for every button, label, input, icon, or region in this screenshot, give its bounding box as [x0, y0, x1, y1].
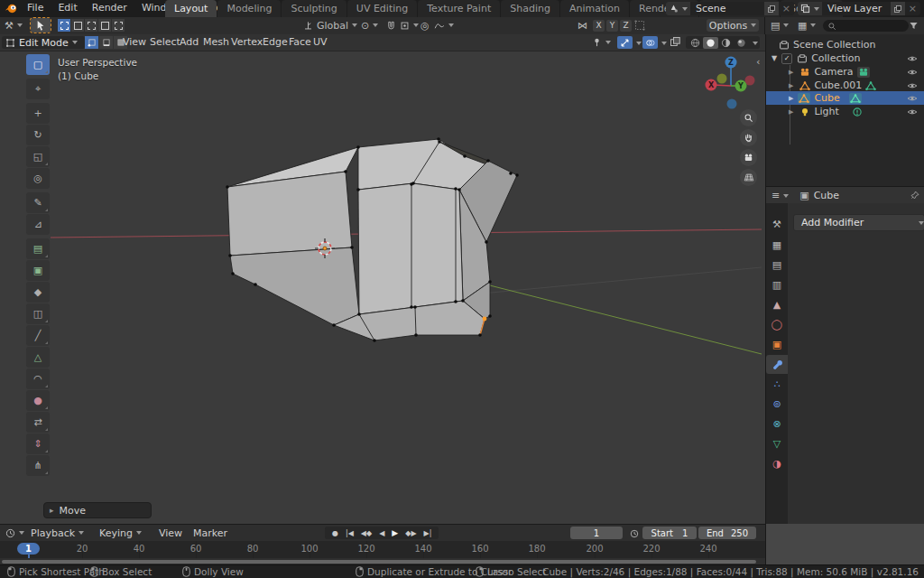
menu-vertex[interactable]: Vertex: [231, 36, 263, 48]
tool-extrude-region[interactable]: ▤: [26, 238, 50, 259]
collection-checkbox[interactable]: ✓: [781, 53, 792, 64]
current-frame-field[interactable]: 1: [570, 527, 623, 539]
next-keyframe-button[interactable]: ◆▶: [402, 529, 420, 537]
outliner-row-scene-collection[interactable]: Scene Collection: [766, 38, 924, 51]
outliner-row-light[interactable]: ▶ Light: [766, 105, 924, 118]
expand-arrow-icon[interactable]: ▶: [789, 95, 793, 102]
selected-vertex[interactable]: [483, 317, 487, 322]
tool-transform[interactable]: ◎: [26, 168, 50, 189]
tab-tool[interactable]: ⚒: [766, 215, 788, 234]
options-dropdown[interactable]: Options: [707, 19, 759, 32]
tab-view-layer[interactable]: ▥: [766, 275, 788, 294]
tool-loop-cut[interactable]: ◫: [26, 303, 50, 324]
mirror-icon[interactable]: ⋈: [578, 19, 587, 32]
expand-arrow-icon[interactable]: ▶: [789, 82, 793, 89]
outliner-row-cube-selected[interactable]: ▶ Cube: [766, 91, 924, 105]
menu-mesh[interactable]: Mesh: [203, 36, 229, 48]
menu-render[interactable]: Render: [85, 0, 134, 15]
scene-browse-icon[interactable]: [666, 2, 690, 15]
material-shading-button[interactable]: [718, 37, 734, 49]
outliner-row-camera[interactable]: ▶ Camera: [766, 65, 924, 79]
tab-layout[interactable]: Layout: [165, 0, 217, 17]
eye-icon[interactable]: [907, 80, 918, 91]
tab-render[interactable]: ▦: [766, 236, 788, 255]
operator-panel[interactable]: ▸ Move: [43, 502, 152, 518]
zoom-button[interactable]: [740, 109, 757, 126]
menu-add[interactable]: Add: [180, 36, 199, 48]
prev-keyframe-button[interactable]: ◀◆: [357, 529, 375, 537]
mesh-data-icon-active[interactable]: [849, 93, 862, 104]
end-frame-field[interactable]: End250: [698, 527, 756, 539]
tool-shrink-fatten[interactable]: ⇕: [26, 434, 50, 454]
outliner-row-collection[interactable]: ▼ ✓ Collection: [766, 51, 924, 65]
vertex-select-button[interactable]: [85, 36, 98, 49]
wireframe-shading-button[interactable]: [688, 37, 703, 49]
jump-to-start-button[interactable]: |◀: [342, 529, 357, 537]
tool-bevel[interactable]: ◆: [26, 282, 50, 303]
snap-cage-icon[interactable]: [634, 19, 645, 32]
outliner-filter-icon[interactable]: [909, 19, 919, 32]
mirror-z-button[interactable]: Z: [620, 20, 632, 32]
tab-shading[interactable]: Shading: [501, 0, 559, 17]
tab-material[interactable]: ◑: [766, 454, 788, 473]
perspective-toggle-button[interactable]: [740, 169, 757, 186]
menu-view[interactable]: View: [159, 527, 182, 539]
snap-toggle[interactable]: [386, 19, 396, 32]
select-subtract-button[interactable]: [85, 19, 97, 32]
expand-arrow-icon[interactable]: ▶: [789, 69, 793, 76]
play-reverse-button[interactable]: ◀: [375, 529, 388, 537]
transform-orientation-dropdown[interactable]: Global: [303, 19, 357, 32]
timeline-scrollbar[interactable]: [2, 560, 756, 564]
active-tool-button[interactable]: [31, 18, 51, 33]
snap-target-dropdown[interactable]: [400, 19, 419, 32]
gizmo-axis-neg-x[interactable]: [745, 76, 755, 86]
mesh-data-icon[interactable]: [865, 80, 876, 91]
tab-particles[interactable]: ∴: [766, 375, 788, 394]
scene-copy-button[interactable]: [764, 2, 779, 15]
view-layer-name[interactable]: View Layer: [822, 3, 891, 14]
menu-marker[interactable]: Marker: [193, 527, 227, 539]
edge-select-button[interactable]: [99, 36, 113, 49]
view-layer-remove-button[interactable]: ×: [905, 3, 920, 14]
outliner-row-cube-001[interactable]: ▶ Cube.001: [766, 79, 924, 92]
outliner-search-input[interactable]: [823, 20, 909, 32]
camera-data-icon[interactable]: [857, 67, 870, 78]
eye-icon[interactable]: [907, 67, 918, 78]
light-data-icon[interactable]: [852, 107, 863, 117]
tab-constraints[interactable]: ⊗: [766, 415, 788, 434]
tool-knife[interactable]: ╱: [26, 325, 50, 346]
tab-scene[interactable]: ▲: [766, 295, 788, 314]
xray-toggle[interactable]: [670, 36, 680, 47]
menu-view[interactable]: View: [123, 36, 146, 48]
tab-object[interactable]: ▣: [766, 335, 788, 354]
tool-settings-editor-icon[interactable]: ⚒: [5, 19, 23, 32]
mirror-x-button[interactable]: X: [593, 20, 605, 32]
scene-unlink-button[interactable]: ×: [779, 3, 794, 14]
timeline-ruler[interactable]: 20 40 60 80 100 120 140 160 180 200 220 …: [0, 541, 765, 558]
tool-edge-slide[interactable]: ⇄: [26, 412, 50, 433]
gizmos-toggle[interactable]: [617, 36, 642, 49]
outliner-filter-type-dropdown[interactable]: ▦: [798, 19, 816, 32]
proportional-falloff-dropdown[interactable]: [434, 19, 454, 32]
tab-physics[interactable]: ⊚: [766, 395, 788, 414]
menu-keying[interactable]: Keying: [99, 527, 142, 539]
view-layer-copy-button[interactable]: [891, 2, 905, 15]
tab-world[interactable]: ◯: [766, 315, 788, 334]
timeline-editor-icon[interactable]: [5, 527, 24, 539]
collapse-arrow-icon[interactable]: ▼: [772, 54, 777, 62]
tab-animation[interactable]: Animation: [560, 0, 629, 17]
tool-smooth[interactable]: ●: [26, 390, 50, 411]
mirror-y-button[interactable]: Y: [606, 20, 618, 32]
jump-to-end-button[interactable]: ▶|: [420, 529, 436, 537]
expand-arrow-icon[interactable]: ▶: [789, 108, 793, 116]
tab-sculpting[interactable]: Sculpting: [282, 0, 346, 17]
tab-output[interactable]: ▤: [766, 256, 788, 275]
shading-dropdown[interactable]: [749, 37, 758, 49]
proportional-editing-toggle[interactable]: ◎: [420, 19, 430, 32]
camera-view-button[interactable]: [740, 149, 757, 166]
tab-modeling[interactable]: Modeling: [217, 0, 281, 17]
menu-file[interactable]: File: [20, 0, 51, 15]
mode-dropdown[interactable]: Edit Mode: [2, 36, 85, 49]
eye-icon[interactable]: [907, 93, 918, 104]
playhead-marker[interactable]: 1: [17, 543, 40, 555]
